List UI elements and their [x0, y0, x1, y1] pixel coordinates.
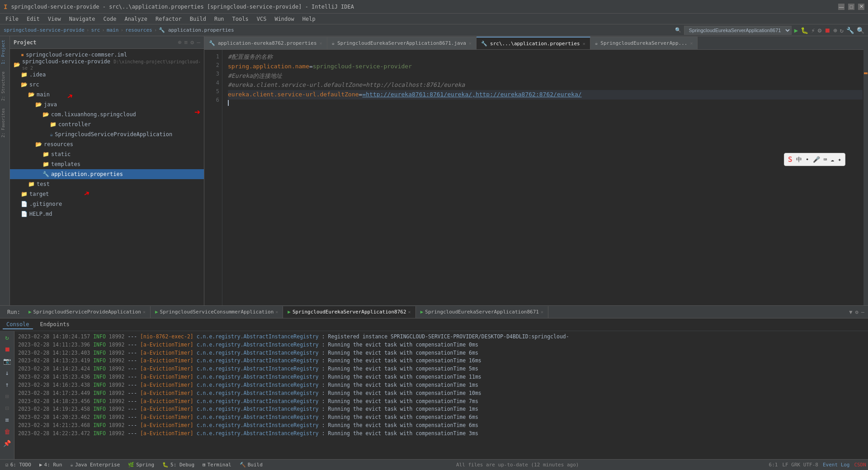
run-hide-icon[interactable]: —: [861, 309, 864, 315]
tree-item[interactable]: 🔧application.properties: [10, 169, 204, 179]
tree-item[interactable]: 📁test: [10, 179, 204, 189]
menu-analyze[interactable]: Analyze: [121, 15, 151, 23]
editor-tab[interactable]: ☕SpringcloudEurekaServerApplication8671.…: [327, 37, 476, 49]
tree-item[interactable]: 📄HELP.md: [10, 209, 204, 219]
stop-run-button[interactable]: ⏹: [3, 345, 12, 354]
menu-vcs[interactable]: VCS: [253, 15, 270, 23]
menu-build[interactable]: Build: [186, 15, 210, 23]
menu-run[interactable]: Run: [211, 15, 228, 23]
spring-tab[interactable]: 🌿 Spring: [124, 461, 158, 469]
im-keyboard[interactable]: ⌨: [824, 156, 827, 163]
run-tab-consumer[interactable]: ▶ SpringcloudServiceConsummerApplication…: [151, 306, 283, 318]
pin-button[interactable]: 📌: [3, 439, 12, 448]
panel-icon-settings[interactable]: ⊕: [178, 39, 182, 46]
tree-item[interactable]: 📂resources: [10, 139, 204, 149]
event-log-link[interactable]: Event Log: [823, 462, 850, 468]
strip-structure[interactable]: 2: Structure: [0, 68, 9, 104]
menu-refactor[interactable]: Refactor: [152, 15, 185, 23]
next-button[interactable]: ⊟: [3, 404, 12, 413]
tab-close[interactable]: ✕: [320, 41, 322, 46]
menu-help[interactable]: Help: [299, 15, 319, 23]
run-button[interactable]: ▶: [794, 27, 798, 34]
tab-close[interactable]: ✕: [690, 41, 693, 46]
capture-button[interactable]: 📷: [3, 356, 12, 366]
todo-tab[interactable]: ☑ 6: TODO: [2, 461, 35, 469]
tree-item[interactable]: ☕SpringcloudServiceProvideApplication: [10, 129, 204, 139]
search-icon[interactable]: 🔍: [675, 27, 681, 33]
restart-button[interactable]: ↻: [3, 333, 12, 342]
run-tab-8671[interactable]: ▶ SpringcloudEurekaServerApplication8671…: [416, 306, 548, 318]
breadcrumb-main[interactable]: main: [107, 27, 119, 33]
panel-icon-gear[interactable]: ⚙: [190, 39, 194, 46]
breadcrumb-resources[interactable]: resources: [125, 27, 152, 33]
tab-close[interactable]: ✕: [469, 41, 472, 46]
menu-view[interactable]: View: [44, 15, 65, 23]
maximize-button[interactable]: □: [848, 4, 854, 10]
debug-tab[interactable]: 🐛 5: Debug: [159, 461, 198, 469]
panel-icon-close[interactable]: —: [197, 39, 200, 46]
code-editor[interactable]: #配置服务的名称spring.application.name=springcl…: [222, 50, 868, 305]
menu-window[interactable]: Window: [271, 15, 297, 23]
run-config-dropdown[interactable]: SpringcloudEurekaServerApplication8671: [684, 26, 792, 35]
tree-item[interactable]: 📁target: [10, 189, 204, 199]
breadcrumb-src[interactable]: src: [91, 27, 100, 33]
run-tab-8671-close[interactable]: ✕: [541, 309, 543, 314]
tree-item[interactable]: 📂springcloud-service-provide D:\xincheng…: [10, 60, 204, 70]
tree-item[interactable]: 📂src: [10, 80, 204, 90]
editor-tab[interactable]: 🔧src\...\application.properties✕: [476, 37, 590, 49]
strip-project[interactable]: 1: Project: [0, 36, 9, 68]
minimize-button[interactable]: —: [838, 4, 844, 10]
scroll-down-button[interactable]: ↓: [3, 368, 12, 377]
run-bottom-tab[interactable]: ▶ 4: Run: [36, 461, 66, 469]
editor-tab[interactable]: ☕SpringcloudEurekaServerApp...✕: [590, 37, 698, 49]
im-mic[interactable]: 🎤: [813, 156, 820, 163]
prev-button[interactable]: ⊞: [3, 392, 12, 401]
editor-tab[interactable]: 🔧application-eureka8762.properties✕: [204, 37, 327, 49]
run-tab-8762[interactable]: ▶ SpringcloudEurekaServerApplication8762…: [283, 306, 415, 318]
debug-button[interactable]: 🐛: [801, 27, 808, 34]
stop-button[interactable]: ⏹: [824, 27, 830, 34]
coverage-button[interactable]: ⚡: [811, 27, 815, 34]
run-tab-provide-close[interactable]: ✕: [143, 309, 146, 314]
tree-item[interactable]: 📄.gitignore: [10, 199, 204, 209]
im-special[interactable]: ✦: [838, 156, 841, 163]
tree-item[interactable]: 📁.idea: [10, 70, 204, 80]
tree-item[interactable]: 📂com.lixuanhong.springcloud: [10, 109, 204, 119]
tree-item[interactable]: 📂java: [10, 100, 204, 109]
settings-icon[interactable]: ⚙: [818, 27, 821, 34]
fold-button[interactable]: ≡: [3, 415, 12, 424]
tree-item[interactable]: 📁static: [10, 149, 204, 159]
strip-favorites[interactable]: 2: Favorites: [0, 104, 9, 141]
toolbar-icon3[interactable]: 🔧: [846, 27, 854, 34]
tree-item[interactable]: 📁controller: [10, 119, 204, 129]
run-tab-consumer-close[interactable]: ✕: [275, 309, 278, 314]
im-cloud[interactable]: ☁: [830, 156, 834, 163]
menu-navigate[interactable]: Navigate: [66, 15, 99, 23]
toolbar-icon1[interactable]: ⊕: [833, 27, 837, 34]
tree-item[interactable]: 📁templates: [10, 159, 204, 169]
terminal-tab[interactable]: ⊞ Terminal: [199, 461, 235, 469]
scroll-up-button[interactable]: ↑: [3, 380, 12, 389]
breadcrumb-project[interactable]: springcloud-service-provide: [4, 27, 85, 33]
panel-icon-collapse[interactable]: ≡: [184, 39, 188, 46]
tree-item[interactable]: 📂main: [10, 90, 204, 100]
tab-close[interactable]: ✕: [583, 41, 585, 46]
close-button[interactable]: ✕: [858, 4, 864, 10]
tab-endpoints[interactable]: Endpoints: [37, 320, 73, 329]
im-chinese[interactable]: 中: [796, 156, 802, 164]
menu-edit[interactable]: Edit: [23, 15, 43, 23]
run-tabs-dropdown[interactable]: ▼: [849, 309, 852, 315]
toolbar-icon2[interactable]: ↻: [840, 27, 844, 34]
java-enterprise-tab[interactable]: ☕ Java Enterprise: [66, 461, 123, 469]
tab-console[interactable]: Console: [3, 320, 33, 329]
search-everywhere-icon[interactable]: 🔍: [857, 27, 864, 34]
run-tab-8762-close[interactable]: ✕: [408, 309, 411, 314]
build-tab[interactable]: 🔨 Build: [236, 461, 266, 469]
clear-button[interactable]: 🗑: [3, 427, 12, 436]
right-scrollbar[interactable]: [863, 36, 868, 305]
run-tab-provide[interactable]: ▶ SpringcloudServiceProvideApplication ✕: [24, 306, 151, 318]
im-dot[interactable]: •: [806, 156, 809, 163]
menu-tools[interactable]: Tools: [229, 15, 252, 23]
run-settings-icon[interactable]: ⚙: [855, 309, 859, 315]
menu-code[interactable]: Code: [100, 15, 120, 23]
